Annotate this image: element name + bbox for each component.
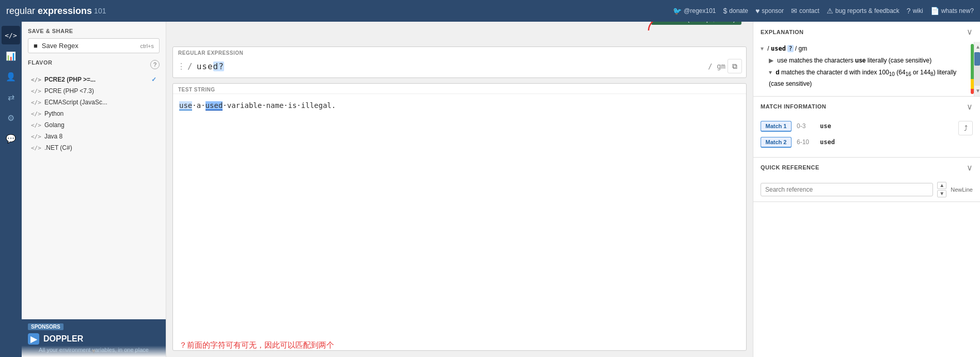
icon-sidebar: </> 📊 👤 ⇄ ⚙ 💬 — [0, 22, 22, 357]
explanation-toggle-icon: ∨ — [967, 27, 973, 37]
settings-icon: ⚙ — [7, 113, 14, 123]
flavor-python[interactable]: </> Python — [28, 108, 160, 119]
flavor-dotnet[interactable]: </> .NET (C#) — [28, 142, 160, 153]
scroll-track — [974, 52, 980, 86]
heart-icon: ♥ — [755, 7, 760, 15]
exp-use-line: ▶ use matches the characters use literal… — [769, 56, 965, 66]
nav-twitter[interactable]: 🐦 @regex101 — [673, 7, 716, 15]
match-highlight-1: use — [179, 101, 192, 111]
tools-icon: ⇄ — [8, 92, 14, 102]
top-nav: regular expressions 101 🐦 @regex101 $ do… — [0, 0, 980, 22]
sidebar-item-tools[interactable]: ⇄ — [2, 88, 20, 106]
main-layout: </> 📊 👤 ⇄ ⚙ 💬 SAVE & SHARE ■ Save Regex … — [0, 22, 980, 357]
save-icon: ■ — [34, 42, 38, 50]
quick-ref-header[interactable]: QUICK REFERENCE ∨ — [753, 158, 980, 178]
quick-ref-scroll-up[interactable]: ▲ — [937, 182, 946, 189]
dollar-icon: $ — [723, 7, 728, 15]
twitter-icon: 🐦 — [673, 7, 682, 15]
match-info-section: MATCH INFORMATION ∨ ⤴ Match 1 0-3 use Ma… — [753, 97, 980, 158]
sidebar-item-code[interactable]: </> — [2, 26, 20, 44]
search-reference-input[interactable] — [761, 183, 933, 196]
regex-input-row: ⋮ / used? / gm ⧉ — [173, 57, 746, 77]
nav-wiki[interactable]: ? wiki — [907, 7, 923, 15]
test-section: TEST STRING use·a·used·variable·name·is·… — [172, 83, 747, 351]
match-range-1: 0-3 — [797, 122, 815, 130]
flavor-ecmascript[interactable]: </> ECMAScript (JavaSc... — [28, 97, 160, 108]
nav-whatsnew[interactable]: 📄 whats new? — [930, 7, 974, 15]
test-label: TEST STRING — [173, 84, 746, 94]
explanation-header[interactable]: EXPLANATION ∨ — [753, 22, 980, 42]
match-value-2: used — [820, 138, 835, 146]
stats-icon: 📊 — [6, 51, 16, 61]
flavor-pcre2[interactable]: </> PCRE2 (PHP >=... ✓ — [28, 74, 160, 85]
nav-sponsor[interactable]: ♥ sponsor — [755, 7, 784, 15]
brand-number: 101 — [94, 7, 106, 15]
scroll-up-button[interactable]: ▲ — [974, 42, 980, 52]
code-icon: </> — [5, 32, 17, 39]
sidebar-item-user[interactable]: 👤 — [2, 67, 20, 86]
share-button[interactable]: ⤴ — [958, 121, 973, 135]
sidebar-item-settings[interactable]: ⚙ — [2, 108, 20, 127]
match-range-2: 6-10 — [797, 138, 815, 146]
explanation-title: EXPLANATION — [761, 29, 804, 35]
quick-ref-section: QUICK REFERENCE ∨ ▲ ▼ NewLine — [753, 158, 980, 202]
brand-logo: regular expressions — [6, 6, 92, 17]
sponsor-logo[interactable]: ▶ DOPPLER — [28, 333, 160, 345]
flavor-java8[interactable]: </> Java 8 — [28, 131, 160, 142]
test-content[interactable]: use·a·used·variable·name·is·illegal. — [173, 94, 746, 330]
regex-section: REGULAR EXPRESSION ⋮ / used? / gm ⧉ — [172, 46, 747, 78]
nav-bug-reports[interactable]: ⚠ bug reports & feedback — [827, 7, 899, 15]
document-icon: 📄 — [930, 7, 939, 15]
regex-outer: 2 matches (10 steps, 0.1ms) REGULAR EXPR… — [172, 28, 747, 78]
quick-ref-content: ▲ ▼ NewLine — [753, 178, 980, 201]
scroll-down-indicator: ▼ — [22, 346, 166, 357]
explanation-content: ▾ / used ? / gm ▶ use matches the charac… — [753, 42, 980, 96]
match-info-title: MATCH INFORMATION — [761, 103, 826, 110]
match-info-content: ⤴ Match 1 0-3 use Match 2 6-10 used — [753, 117, 980, 157]
match-label-2: Match 2 — [761, 137, 792, 148]
scroll-down-button[interactable]: ▼ — [974, 86, 980, 96]
explanation-text: ▾ / used ? / gm ▶ use matches the charac… — [761, 44, 973, 91]
scroll-thumb — [974, 52, 980, 66]
question-icon: ? — [907, 7, 911, 15]
regex-label: REGULAR EXPRESSION — [173, 47, 746, 57]
explanation-section: EXPLANATION ∨ ▾ / used ? / gm ▶ use matc… — [753, 22, 980, 97]
share-icon: ⤴ — [964, 124, 968, 132]
match-row-1: Match 1 0-3 use — [761, 121, 973, 132]
exp-code-use: used — [771, 45, 786, 52]
flavor-help-button[interactable]: ? — [150, 60, 160, 69]
save-regex-button[interactable]: ■ Save Regex ctrl+s — [28, 38, 160, 53]
drag-handle-icon: ⋮ — [177, 61, 185, 71]
right-panel: EXPLANATION ∨ ▾ / used ? / gm ▶ use matc… — [753, 22, 980, 357]
quick-ref-title: QUICK REFERENCE — [761, 164, 819, 170]
exp-d-line: ▾ d matches the character d with index 1… — [769, 68, 965, 89]
left-panel: SAVE & SHARE ■ Save Regex ctrl+s FLAVOR … — [22, 22, 166, 357]
nav-links: 🐦 @regex101 $ donate ♥ sponsor ✉ contact… — [673, 7, 974, 15]
match-value-1: use — [820, 122, 831, 130]
nav-donate[interactable]: $ donate — [723, 7, 749, 15]
exp-regex-line: ▾ / used ? / gm — [761, 44, 965, 54]
quick-ref-scroll-down[interactable]: ▼ — [937, 190, 946, 197]
regex-content[interactable]: used? — [195, 60, 706, 72]
newline-label: NewLine — [951, 187, 973, 193]
sidebar-item-stats[interactable]: 📊 — [2, 46, 20, 65]
warning-icon: ⚠ — [827, 7, 833, 15]
comments-icon: 💬 — [6, 134, 16, 144]
match-row-2: Match 2 6-10 used — [761, 137, 973, 148]
quick-ref-toggle-icon: ∨ — [967, 163, 973, 173]
copy-icon: ⧉ — [732, 62, 737, 71]
sidebar-item-comments[interactable]: 💬 — [2, 129, 20, 148]
match-badge: 2 matches (10 steps, 0.1ms) — [651, 22, 741, 25]
flavor-pcre[interactable]: </> PCRE (PHP <7.3) — [28, 85, 160, 97]
match-info-header[interactable]: MATCH INFORMATION ∨ — [753, 97, 980, 117]
regex-flags: / gm — [708, 62, 725, 70]
flavor-title: FLAVOR — [28, 59, 52, 66]
email-icon: ✉ — [791, 7, 797, 15]
flavor-golang[interactable]: </> Golang — [28, 119, 160, 131]
sponsor-icon: ▶ — [28, 333, 39, 345]
quick-ref-scroll-controls: ▲ ▼ — [937, 182, 946, 197]
regex-copy-button[interactable]: ⧉ — [728, 59, 742, 73]
explanation-scrollbar[interactable]: ▲ ▼ — [974, 42, 980, 96]
nav-contact[interactable]: ✉ contact — [791, 7, 819, 15]
regex-highlight-text: d? — [213, 61, 224, 71]
